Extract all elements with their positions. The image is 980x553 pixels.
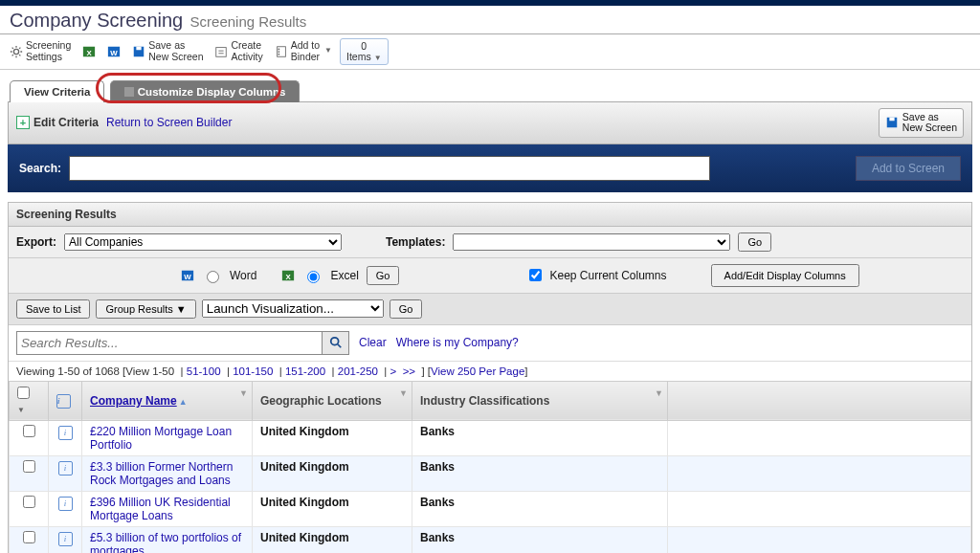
viz-go-button[interactable]: Go — [390, 299, 423, 319]
svg-point-0 — [13, 49, 18, 54]
search-results-input[interactable] — [17, 332, 322, 354]
view-250-link[interactable]: View 250 Per Page — [431, 365, 524, 377]
svg-point-11 — [278, 54, 279, 55]
export-go-button[interactable]: Go — [367, 266, 400, 285]
edit-criteria-button[interactable]: +Edit Criteria — [16, 116, 99, 129]
company-link[interactable]: £5.3 billion of two portfolios of mortga… — [90, 531, 241, 553]
group-results-button[interactable]: Group Results ▼ — [96, 299, 195, 319]
results-panel: Screening Results Export: All Companies … — [8, 202, 972, 553]
info-icon[interactable]: i — [58, 532, 73, 546]
row-checkbox[interactable] — [23, 496, 35, 508]
criteria-subbar: +Edit Criteria Return to Screen Builder … — [8, 101, 972, 144]
search-label: Search: — [19, 162, 61, 175]
industry-value: Banks — [420, 425, 455, 438]
templates-select[interactable] — [453, 233, 730, 251]
svg-text:W: W — [184, 272, 191, 280]
geo-value: United Kingdom — [260, 496, 349, 509]
chevron-down-icon[interactable]: ▼ — [239, 388, 248, 398]
search-input[interactable] — [69, 156, 710, 181]
where-is-my-company-link[interactable]: Where is my Company? — [396, 336, 519, 349]
company-link[interactable]: £396 Million UK Residential Mortgage Loa… — [90, 496, 231, 522]
table-row: i£220 Million Mortgage Loan PortfolioUni… — [10, 420, 971, 455]
geo-value: United Kingdom — [260, 425, 349, 438]
svg-text:X: X — [286, 272, 292, 280]
col-checkbox[interactable]: ▼ — [10, 381, 49, 420]
excel-radio[interactable] — [307, 271, 320, 283]
tab-view-criteria[interactable]: View Criteria — [10, 80, 104, 102]
col-geographic-locations[interactable]: Geographic Locations▼ — [253, 381, 412, 420]
save-icon — [132, 45, 145, 58]
actions-row: Save to List Group Results ▼ Launch Visu… — [9, 294, 971, 325]
info-icon[interactable]: i — [58, 426, 73, 440]
svg-point-9 — [278, 48, 279, 50]
results-heading: Screening Results — [9, 203, 971, 227]
clear-link[interactable]: Clear — [359, 336, 387, 349]
save-as-new-screen-button-2[interactable]: Save as New Screen — [879, 108, 964, 138]
search-bar: Search: Add to Screen — [8, 144, 972, 192]
company-link[interactable]: £3.3 billion Former Northern Rock Mortga… — [90, 460, 233, 487]
create-activity-button[interactable]: Create Activity — [211, 38, 266, 64]
results-table: ▼ i Company Name▲▼ Geographic Locations▼… — [9, 381, 971, 553]
save-to-list-button[interactable]: Save to List — [16, 299, 90, 319]
search-results-button[interactable] — [322, 332, 348, 354]
page-next[interactable]: > — [390, 365, 397, 377]
company-link[interactable]: £220 Million Mortgage Loan Portfolio — [90, 425, 232, 452]
screening-settings-button[interactable]: Screening Settings — [6, 38, 75, 64]
table-row: i£396 Million UK Residential Mortgage Lo… — [10, 491, 971, 526]
add-edit-display-columns-button[interactable]: Add/Edit Display Columns — [711, 264, 859, 287]
svg-rect-7 — [216, 47, 227, 56]
page-header: Company Screening Screening Results — [0, 6, 980, 34]
select-all-checkbox[interactable] — [17, 387, 30, 399]
info-icon[interactable]: i — [58, 461, 73, 476]
table-row: i£3.3 billion Former Northern Rock Mortg… — [10, 455, 971, 491]
launch-visualization-select[interactable]: Launch Visualization... — [202, 299, 384, 318]
sort-asc-icon: ▲ — [179, 397, 188, 407]
svg-rect-6 — [137, 47, 142, 51]
items-dropdown[interactable]: 0Items ▼ — [340, 38, 389, 65]
table-row: i£5.3 billion of two portfolios of mortg… — [10, 526, 971, 553]
save-as-new-screen-button[interactable]: Save as New Screen — [128, 38, 207, 64]
row-checkbox[interactable] — [23, 425, 35, 437]
gear-icon — [10, 45, 23, 58]
page-101-150[interactable]: 101-150 — [233, 365, 273, 377]
industry-value: Banks — [420, 460, 455, 474]
row-checkbox[interactable] — [23, 460, 35, 473]
excel-export-button[interactable]: X — [78, 43, 100, 60]
svg-text:X: X — [87, 48, 93, 56]
page-201-250[interactable]: 201-250 — [338, 365, 378, 377]
svg-point-18 — [330, 338, 338, 345]
page-151-200[interactable]: 151-200 — [285, 365, 325, 377]
page-title: Company Screening — [10, 10, 183, 31]
svg-text:W: W — [111, 48, 119, 56]
page-51-100[interactable]: 51-100 — [187, 365, 221, 377]
row-checkbox[interactable] — [23, 531, 35, 543]
col-extra — [668, 381, 971, 420]
geo-value: United Kingdom — [260, 531, 349, 544]
keep-columns-label: Keep Current Columns — [549, 269, 666, 282]
keep-columns-checkbox[interactable] — [529, 269, 542, 281]
chevron-down-icon[interactable]: ▼ — [399, 388, 408, 398]
col-company-name[interactable]: Company Name▲▼ — [82, 381, 253, 420]
industry-value: Banks — [420, 496, 455, 509]
info-icon[interactable]: i — [58, 497, 73, 511]
export-label: Export: — [16, 235, 56, 249]
add-to-binder-button[interactable]: Add to Binder▼ — [271, 38, 336, 64]
col-industry-classifications[interactable]: Industry Classifications▼ — [412, 381, 668, 420]
tab-customize-display-columns[interactable]: Customize Display Columns — [110, 80, 301, 102]
col-info: i — [49, 381, 82, 420]
pager: Viewing 1-50 of 1068 [View 1-50 | 51-100… — [9, 362, 971, 381]
geo-value: United Kingdom — [260, 460, 349, 474]
templates-go-button[interactable]: Go — [738, 232, 771, 252]
return-to-screen-builder-link[interactable]: Return to Screen Builder — [106, 116, 232, 129]
search-results-row: Clear Where is my Company? — [9, 325, 971, 362]
excel-label: Excel — [330, 269, 358, 282]
add-to-screen-button[interactable]: Add to Screen — [856, 156, 961, 181]
word-export-button[interactable]: W — [103, 43, 124, 60]
export-select[interactable]: All Companies — [64, 233, 342, 251]
chevron-down-icon[interactable]: ▼ — [655, 388, 663, 398]
templates-label: Templates: — [386, 235, 445, 249]
svg-rect-13 — [889, 118, 894, 122]
word-radio[interactable] — [207, 271, 219, 283]
search-icon — [329, 336, 343, 349]
page-last[interactable]: >> — [403, 365, 415, 377]
